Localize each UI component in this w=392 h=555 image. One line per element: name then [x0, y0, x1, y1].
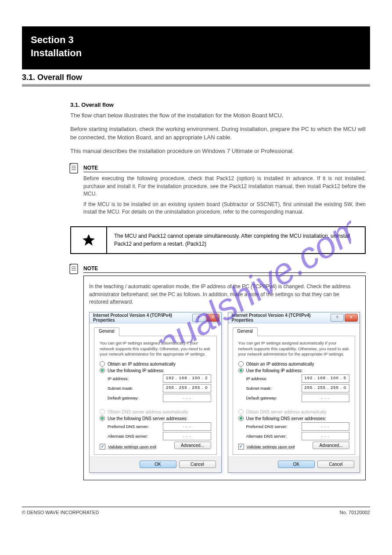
gateway-input[interactable]: . . .: [302, 394, 350, 402]
warning-box: The MCU and Pack12 cannot operate simult…: [70, 226, 366, 254]
close-button[interactable]: ✕: [206, 314, 219, 322]
cancel-button[interactable]: Cancel: [317, 461, 354, 468]
overview-para-1: The flow chart below illustrates the flo…: [70, 112, 366, 120]
titlebar: Internet Protocol Version 4 (TCP/IPv4) P…: [228, 312, 360, 323]
label-ip: IP address:: [108, 376, 163, 381]
radio-use-ip[interactable]: Use the following IP address:: [238, 368, 350, 373]
ip-input[interactable]: 192 . 168 . 100 . 5: [302, 374, 350, 383]
note-label: NOTE: [83, 165, 366, 172]
alt-dns-input[interactable]: . . .: [163, 432, 211, 440]
radio-use-ip[interactable]: Use the following IP address:: [100, 368, 211, 373]
svg-rect-5: [70, 264, 78, 274]
help-button[interactable]: ?: [192, 314, 205, 322]
dialog-info: You can get IP settings assigned automat…: [238, 341, 350, 357]
example-paragraph: In the teaching / automatic operation mo…: [89, 283, 360, 306]
note-text-1: Before executing the following procedure…: [83, 175, 366, 198]
cancel-button[interactable]: Cancel: [179, 461, 216, 468]
note-text-2: If the MCU is to be installed on an exis…: [83, 201, 366, 216]
label-mask: Subnet mask:: [246, 386, 302, 391]
example-box: In the teaching / automatic operation mo…: [83, 276, 366, 480]
dialog-title: Internet Protocol Version 4 (TCP/IPv4) P…: [93, 313, 191, 323]
radio-use-dns[interactable]: Use the following DNS server addresses:: [238, 416, 350, 421]
mask-input[interactable]: 255 . 255 . 255 . 0: [302, 384, 350, 392]
warning-text: The MCU and Pack12 cannot operate simult…: [107, 227, 365, 253]
radio-obtain-dns: Obtain DNS server address automatically: [238, 409, 350, 414]
svg-marker-4: [83, 234, 95, 246]
divider: [22, 84, 370, 87]
label-mask: Subnet mask:: [108, 386, 163, 391]
overview-para-3: This manual describes the installation p…: [70, 147, 366, 156]
tcpip-dialog-right: Internet Protocol Version 4 (TCP/IPv4) P…: [228, 312, 360, 473]
label-gateway: Default gateway:: [108, 395, 163, 400]
radio-obtain-ip[interactable]: Obtain an IP address automatically: [100, 361, 211, 366]
note-icon: [68, 162, 81, 175]
overview-heading: 3.1. Overall flow: [70, 102, 366, 108]
dialog-info: You can get IP settings assigned automat…: [100, 341, 211, 357]
section-header: Section 3 Installation: [22, 26, 370, 69]
page-footer: © DENSO WAVE INCORPORATED No. 70120002: [22, 507, 370, 515]
footer-right: No. 70120002: [340, 510, 370, 515]
star-icon: [82, 233, 96, 247]
label-pref-dns: Preferred DNS server:: [108, 424, 163, 429]
radio-obtain-dns: Obtain DNS server address automatically: [100, 409, 211, 414]
pref-dns-input[interactable]: . . .: [163, 422, 211, 431]
advanced-button[interactable]: Advanced...: [174, 442, 211, 449]
help-button[interactable]: ?: [331, 314, 344, 322]
titlebar: Internet Protocol Version 4 (TCP/IPv4) P…: [90, 312, 221, 323]
dialogs-row: Internet Protocol Version 4 (TCP/IPv4) P…: [89, 312, 360, 473]
ok-button[interactable]: OK: [140, 461, 176, 468]
pref-dns-input[interactable]: . . .: [302, 422, 350, 431]
label-alt-dns: Alternate DNS server:: [246, 434, 302, 439]
dialog-title: Internet Protocol Version 4 (TCP/IPv4) P…: [232, 313, 330, 323]
label-ip: IP address:: [246, 376, 302, 381]
gateway-input[interactable]: . . .: [163, 394, 211, 402]
label-gateway: Default gateway:: [246, 395, 302, 400]
warning-icon-cell: [71, 227, 107, 253]
alt-dns-input[interactable]: . . .: [302, 432, 350, 440]
advanced-button[interactable]: Advanced...: [313, 442, 349, 449]
tcpip-dialog-left: Internet Protocol Version 4 (TCP/IPv4) P…: [89, 312, 222, 473]
ok-button[interactable]: OK: [278, 461, 315, 468]
section-number: Section 3: [31, 34, 361, 46]
tab-general[interactable]: General: [233, 327, 258, 336]
footer-left: © DENSO WAVE INCORPORATED: [22, 510, 99, 515]
note-icon: [68, 263, 81, 276]
ip-input[interactable]: 192 . 168 . 100 . 2: [163, 374, 211, 383]
radio-obtain-ip[interactable]: Obtain an IP address automatically: [238, 361, 350, 366]
mask-input[interactable]: 255 . 255 . 255 . 0: [163, 384, 211, 392]
section-title: Installation: [31, 47, 361, 59]
overview-para-2: Before starting installation, check the …: [70, 125, 366, 142]
note-label: NOTE: [83, 265, 366, 273]
label-pref-dns: Preferred DNS server:: [246, 424, 302, 429]
svg-rect-0: [70, 163, 78, 173]
note-block-2: NOTE In the teaching / automatic operati…: [70, 265, 366, 480]
radio-use-dns[interactable]: Use the following DNS server addresses:: [100, 416, 211, 421]
section-subtitle: 3.1. Overall flow: [22, 73, 370, 82]
note-block-1: NOTE Before executing the following proc…: [70, 165, 366, 216]
tab-general[interactable]: General: [94, 327, 119, 336]
label-alt-dns: Alternate DNS server:: [108, 434, 163, 439]
close-button[interactable]: ✕: [345, 314, 358, 322]
